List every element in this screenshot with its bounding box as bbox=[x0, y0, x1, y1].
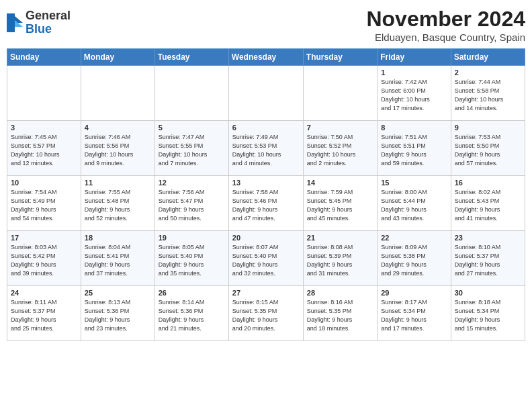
week-row-1: 1Sunrise: 7:42 AM Sunset: 6:00 PM Daylig… bbox=[7, 66, 525, 121]
day-info: Sunrise: 8:07 AM Sunset: 5:40 PM Dayligh… bbox=[232, 243, 300, 278]
calendar-cell: 29Sunrise: 8:17 AM Sunset: 5:34 PM Dayli… bbox=[378, 286, 451, 341]
day-number: 26 bbox=[159, 289, 225, 297]
calendar-header-sunday: Sunday bbox=[7, 49, 81, 66]
calendar-cell: 13Sunrise: 7:58 AM Sunset: 5:46 PM Dayli… bbox=[228, 176, 303, 231]
day-number: 9 bbox=[455, 124, 521, 132]
calendar-cell: 10Sunrise: 7:54 AM Sunset: 5:49 PM Dayli… bbox=[7, 176, 81, 231]
day-number: 4 bbox=[85, 124, 151, 132]
calendar-cell: 1Sunrise: 7:42 AM Sunset: 6:00 PM Daylig… bbox=[378, 66, 451, 121]
title-area: November 2024 Elduayen, Basque Country, … bbox=[366, 7, 525, 43]
calendar-cell: 3Sunrise: 7:45 AM Sunset: 5:57 PM Daylig… bbox=[7, 121, 81, 176]
day-info: Sunrise: 7:46 AM Sunset: 5:56 PM Dayligh… bbox=[85, 133, 151, 168]
calendar-header-row: SundayMondayTuesdayWednesdayThursdayFrid… bbox=[7, 49, 525, 66]
day-number: 19 bbox=[159, 234, 225, 242]
day-info: Sunrise: 7:59 AM Sunset: 5:45 PM Dayligh… bbox=[307, 188, 373, 223]
calendar-cell: 26Sunrise: 8:14 AM Sunset: 5:36 PM Dayli… bbox=[154, 286, 228, 341]
day-number: 27 bbox=[232, 289, 300, 297]
day-number: 30 bbox=[455, 289, 521, 297]
logo-general-text: General bbox=[26, 9, 71, 23]
day-number: 29 bbox=[381, 289, 447, 297]
day-number: 21 bbox=[307, 234, 373, 242]
calendar-table: SundayMondayTuesdayWednesdayThursdayFrid… bbox=[7, 48, 525, 341]
calendar-cell: 18Sunrise: 8:04 AM Sunset: 5:41 PM Dayli… bbox=[81, 231, 154, 286]
calendar-header-friday: Friday bbox=[378, 49, 451, 66]
calendar-cell bbox=[81, 66, 154, 121]
calendar-header-monday: Monday bbox=[81, 49, 154, 66]
day-number: 2 bbox=[455, 68, 521, 77]
calendar-header-wednesday: Wednesday bbox=[228, 49, 303, 66]
calendar-cell: 11Sunrise: 7:55 AM Sunset: 5:48 PM Dayli… bbox=[81, 176, 154, 231]
day-info: Sunrise: 7:53 AM Sunset: 5:50 PM Dayligh… bbox=[455, 133, 521, 168]
day-number: 11 bbox=[85, 179, 151, 187]
page-header: General Blue November 2024 Elduayen, Bas… bbox=[7, 7, 525, 43]
calendar-cell: 14Sunrise: 7:59 AM Sunset: 5:45 PM Dayli… bbox=[303, 176, 377, 231]
day-info: Sunrise: 8:10 AM Sunset: 5:37 PM Dayligh… bbox=[455, 243, 521, 278]
calendar-header-tuesday: Tuesday bbox=[154, 49, 228, 66]
calendar-cell: 7Sunrise: 7:50 AM Sunset: 5:52 PM Daylig… bbox=[303, 121, 377, 176]
day-info: Sunrise: 8:11 AM Sunset: 5:37 PM Dayligh… bbox=[11, 298, 77, 333]
day-info: Sunrise: 8:18 AM Sunset: 5:34 PM Dayligh… bbox=[455, 298, 521, 333]
day-info: Sunrise: 8:17 AM Sunset: 5:34 PM Dayligh… bbox=[381, 298, 447, 333]
day-info: Sunrise: 7:44 AM Sunset: 5:58 PM Dayligh… bbox=[455, 78, 521, 113]
calendar-cell bbox=[228, 66, 303, 121]
calendar-cell: 6Sunrise: 7:49 AM Sunset: 5:53 PM Daylig… bbox=[228, 121, 303, 176]
calendar-cell bbox=[154, 66, 228, 121]
day-number: 5 bbox=[159, 124, 225, 132]
calendar-cell bbox=[303, 66, 377, 121]
calendar-cell: 15Sunrise: 8:00 AM Sunset: 5:44 PM Dayli… bbox=[378, 176, 451, 231]
logo-blue-text: Blue bbox=[26, 23, 71, 36]
calendar-cell: 27Sunrise: 8:15 AM Sunset: 5:35 PM Dayli… bbox=[228, 286, 303, 341]
day-number: 16 bbox=[455, 179, 521, 187]
calendar-header-saturday: Saturday bbox=[451, 49, 525, 66]
day-info: Sunrise: 8:04 AM Sunset: 5:41 PM Dayligh… bbox=[85, 243, 151, 278]
day-number: 14 bbox=[307, 179, 373, 187]
day-info: Sunrise: 7:45 AM Sunset: 5:57 PM Dayligh… bbox=[11, 133, 77, 168]
day-number: 13 bbox=[232, 179, 300, 187]
day-info: Sunrise: 8:08 AM Sunset: 5:39 PM Dayligh… bbox=[307, 243, 373, 278]
day-number: 20 bbox=[232, 234, 300, 242]
calendar-cell: 2Sunrise: 7:44 AM Sunset: 5:58 PM Daylig… bbox=[451, 66, 525, 121]
day-info: Sunrise: 8:16 AM Sunset: 5:35 PM Dayligh… bbox=[307, 298, 373, 333]
week-row-5: 24Sunrise: 8:11 AM Sunset: 5:37 PM Dayli… bbox=[7, 286, 525, 341]
day-number: 15 bbox=[381, 179, 447, 187]
calendar-cell: 25Sunrise: 8:13 AM Sunset: 5:36 PM Dayli… bbox=[81, 286, 154, 341]
calendar-cell: 28Sunrise: 8:16 AM Sunset: 5:35 PM Dayli… bbox=[303, 286, 377, 341]
day-info: Sunrise: 7:56 AM Sunset: 5:47 PM Dayligh… bbox=[159, 188, 225, 223]
day-number: 25 bbox=[85, 289, 151, 297]
day-number: 12 bbox=[159, 179, 225, 187]
day-info: Sunrise: 7:55 AM Sunset: 5:48 PM Dayligh… bbox=[85, 188, 151, 223]
day-info: Sunrise: 8:09 AM Sunset: 5:38 PM Dayligh… bbox=[381, 243, 447, 278]
day-number: 3 bbox=[11, 124, 77, 132]
calendar-cell: 30Sunrise: 8:18 AM Sunset: 5:34 PM Dayli… bbox=[451, 286, 525, 341]
day-number: 10 bbox=[11, 179, 77, 187]
calendar-cell: 16Sunrise: 8:02 AM Sunset: 5:43 PM Dayli… bbox=[451, 176, 525, 231]
calendar-header-thursday: Thursday bbox=[303, 49, 377, 66]
calendar-cell: 19Sunrise: 8:05 AM Sunset: 5:40 PM Dayli… bbox=[154, 231, 228, 286]
day-info: Sunrise: 8:13 AM Sunset: 5:36 PM Dayligh… bbox=[85, 298, 151, 333]
calendar-cell: 12Sunrise: 7:56 AM Sunset: 5:47 PM Dayli… bbox=[154, 176, 228, 231]
day-number: 1 bbox=[381, 68, 447, 77]
day-info: Sunrise: 7:42 AM Sunset: 6:00 PM Dayligh… bbox=[381, 78, 447, 113]
day-info: Sunrise: 7:51 AM Sunset: 5:51 PM Dayligh… bbox=[381, 133, 447, 168]
calendar-cell: 20Sunrise: 8:07 AM Sunset: 5:40 PM Dayli… bbox=[228, 231, 303, 286]
day-info: Sunrise: 8:15 AM Sunset: 5:35 PM Dayligh… bbox=[232, 298, 300, 333]
calendar-cell: 22Sunrise: 8:09 AM Sunset: 5:38 PM Dayli… bbox=[378, 231, 451, 286]
week-row-3: 10Sunrise: 7:54 AM Sunset: 5:49 PM Dayli… bbox=[7, 176, 525, 231]
day-info: Sunrise: 7:54 AM Sunset: 5:49 PM Dayligh… bbox=[11, 188, 77, 223]
day-number: 18 bbox=[85, 234, 151, 242]
svg-rect-0 bbox=[7, 13, 15, 32]
day-info: Sunrise: 7:47 AM Sunset: 5:55 PM Dayligh… bbox=[159, 133, 225, 168]
page-subtitle: Elduayen, Basque Country, Spain bbox=[366, 32, 525, 43]
week-row-4: 17Sunrise: 8:03 AM Sunset: 5:42 PM Dayli… bbox=[7, 231, 525, 286]
day-info: Sunrise: 8:03 AM Sunset: 5:42 PM Dayligh… bbox=[11, 243, 77, 278]
day-info: Sunrise: 8:02 AM Sunset: 5:43 PM Dayligh… bbox=[455, 188, 521, 223]
day-number: 6 bbox=[232, 124, 300, 132]
calendar-cell: 9Sunrise: 7:53 AM Sunset: 5:50 PM Daylig… bbox=[451, 121, 525, 176]
day-info: Sunrise: 7:49 AM Sunset: 5:53 PM Dayligh… bbox=[232, 133, 300, 168]
calendar-cell: 5Sunrise: 7:47 AM Sunset: 5:55 PM Daylig… bbox=[154, 121, 228, 176]
calendar-cell: 23Sunrise: 8:10 AM Sunset: 5:37 PM Dayli… bbox=[451, 231, 525, 286]
day-number: 22 bbox=[381, 234, 447, 242]
day-number: 24 bbox=[11, 289, 77, 297]
day-number: 28 bbox=[307, 289, 373, 297]
logo: General Blue bbox=[7, 9, 71, 36]
